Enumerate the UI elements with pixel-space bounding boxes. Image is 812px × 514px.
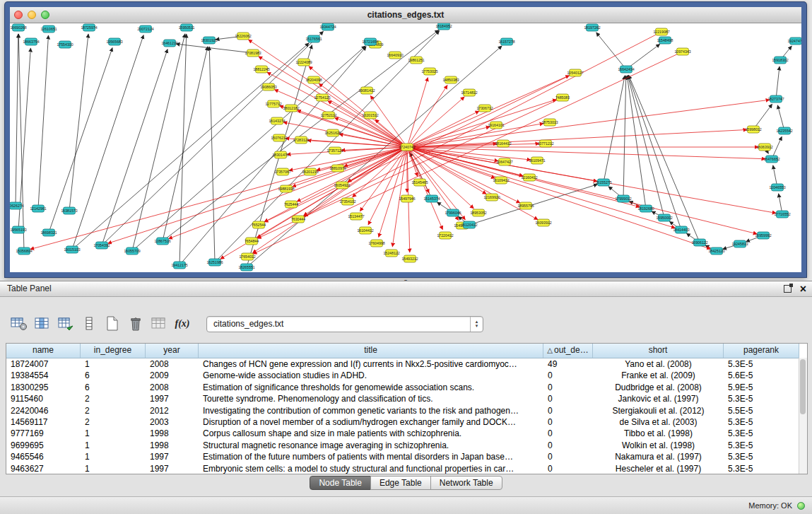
network-node[interactable]: 15134477 bbox=[348, 213, 364, 220]
combo-stepper-icon[interactable]: ▲▼ bbox=[470, 317, 483, 332]
table-cell[interactable]: Changes of HCN gene expression and I(f) … bbox=[199, 358, 543, 370]
network-node[interactable]: 7630444 bbox=[291, 216, 305, 223]
network-node[interactable]: 16959992 bbox=[755, 232, 771, 239]
network-node[interactable]: 17357067 bbox=[274, 168, 290, 175]
network-node[interactable]: 18197262 bbox=[584, 24, 600, 31]
table-cell[interactable]: 18724007 bbox=[6, 358, 81, 370]
network-node[interactable]: 15918302 bbox=[772, 57, 788, 64]
network-node[interactable]: 17996046 bbox=[445, 209, 461, 216]
network-node[interactable]: 18184952 bbox=[435, 23, 452, 30]
table-cell[interactable]: 5.6E-5 bbox=[724, 370, 799, 381]
network-node[interactable]: 19081412 bbox=[358, 87, 375, 94]
network-node[interactable]: 15056804 bbox=[16, 247, 32, 255]
network-node[interactable]: 12046553 bbox=[769, 184, 785, 191]
table-cell[interactable]: 1998 bbox=[146, 428, 199, 439]
column-header-out_de[interactable]: △out_de… bbox=[543, 344, 593, 358]
network-node[interactable]: 15998012 bbox=[745, 126, 761, 133]
table-cell[interactable]: 5.3E-5 bbox=[724, 416, 799, 428]
network-node[interactable]: 15248122 bbox=[383, 250, 399, 257]
table-cell[interactable]: 2 bbox=[81, 393, 146, 404]
table-cell[interactable]: 1998 bbox=[146, 440, 199, 451]
network-node[interactable]: 16120412 bbox=[461, 221, 477, 228]
table-row[interactable]: 946554611997Estimation of the future num… bbox=[6, 451, 799, 462]
network-node[interactable]: 16381573 bbox=[61, 207, 77, 214]
network-node[interactable]: 18698321 bbox=[40, 229, 57, 236]
table-cell[interactable]: 0 bbox=[543, 405, 593, 416]
network-node[interactable]: 19861251 bbox=[408, 57, 424, 64]
network-node[interactable]: 12160412 bbox=[521, 174, 537, 181]
table-cell[interactable]: 9115460 bbox=[6, 393, 81, 404]
table-row[interactable]: 1456911722003Disruption of a novel membe… bbox=[6, 416, 799, 428]
network-node[interactable]: 19344724 bbox=[319, 23, 336, 30]
network-node[interactable]: 10974343 bbox=[674, 48, 690, 55]
network-node[interactable]: 12610651 bbox=[40, 25, 57, 33]
table-cell[interactable]: Hescheler et al. (1997) bbox=[593, 463, 724, 474]
table-cell[interactable]: 1 bbox=[81, 463, 146, 474]
table-cell[interactable]: 1 bbox=[81, 428, 146, 439]
network-node[interactable]: 16640910 bbox=[387, 52, 403, 59]
table-cell[interactable]: Estimation of significance thresholds fo… bbox=[199, 382, 543, 393]
table-cell[interactable]: 9463627 bbox=[6, 463, 81, 474]
memory-status-icon[interactable] bbox=[797, 502, 805, 510]
table-columns-icon[interactable] bbox=[33, 315, 52, 333]
network-node[interactable]: 18226062 bbox=[235, 33, 251, 40]
network-node[interactable]: 16157278 bbox=[498, 38, 514, 45]
zoom-window-button[interactable] bbox=[41, 11, 49, 19]
table-cell[interactable]: Structural magnetic resonance image aver… bbox=[199, 440, 543, 451]
delete-trash-icon[interactable] bbox=[126, 315, 145, 333]
table-cell[interactable]: 2008 bbox=[146, 358, 199, 370]
table-row[interactable]: 977716911998Corpus callosum shape and si… bbox=[6, 428, 799, 439]
table-cell[interactable]: 1 bbox=[81, 440, 146, 451]
network-node[interactable]: 18425120 bbox=[708, 247, 724, 255]
network-node[interactable]: 16063912 bbox=[756, 144, 772, 151]
table-row[interactable]: 946362711997Embryonic stem cells: a mode… bbox=[6, 463, 799, 474]
network-node[interactable]: 16055709 bbox=[124, 247, 140, 255]
tab-node-table[interactable]: Node Table bbox=[310, 476, 371, 490]
network-node[interactable]: 18012182 bbox=[283, 105, 299, 112]
network-node[interactable]: 17999012 bbox=[615, 195, 631, 202]
network-node[interactable]: 16201213 bbox=[302, 168, 318, 175]
network-node[interactable]: 16461219 bbox=[161, 40, 177, 47]
table-row[interactable]: 1872400712008Changes of HCN gene express… bbox=[6, 358, 799, 370]
column-header-title[interactable]: title bbox=[199, 344, 543, 358]
network-node[interactable]: 18265551 bbox=[238, 264, 254, 271]
table-cell[interactable]: 9465546 bbox=[6, 451, 81, 462]
network-node[interactable]: 20072124 bbox=[137, 25, 153, 33]
table-cell[interactable]: 0 bbox=[543, 440, 593, 451]
network-node[interactable]: 12752112 bbox=[321, 112, 337, 119]
table-cell[interactable]: 5.9E-5 bbox=[724, 382, 799, 393]
table-cell[interactable]: 0 bbox=[543, 416, 593, 428]
table-cell[interactable]: Stergiakouli et al. (2012) bbox=[593, 405, 724, 416]
table-import-icon[interactable] bbox=[57, 315, 75, 333]
network-node[interactable]: 12867516 bbox=[154, 238, 170, 245]
network-node[interactable]: 19881938 bbox=[278, 185, 294, 192]
table-cell[interactable]: Estimation of the future numbers of pati… bbox=[199, 451, 543, 462]
network-node[interactable]: 15145374 bbox=[423, 195, 440, 202]
table-cell[interactable]: 2012 bbox=[146, 405, 199, 416]
table-cell[interactable]: 0 bbox=[543, 393, 593, 404]
network-node[interactable]: 14850383 bbox=[442, 76, 459, 83]
table-cell[interactable]: Corpus callosum shape and size in male p… bbox=[199, 428, 543, 439]
table-cell[interactable]: 1997 bbox=[146, 463, 199, 474]
network-node[interactable]: 19247474 bbox=[787, 37, 801, 45]
table-row[interactable]: 911546021997Tourette syndrome. Phenomeno… bbox=[6, 393, 799, 404]
network-node[interactable]: 12219087 bbox=[653, 28, 669, 35]
network-node[interactable]: 13771212 bbox=[537, 140, 553, 147]
network-node[interactable]: 17604998 bbox=[368, 240, 384, 247]
table-cell[interactable]: 5.3E-5 bbox=[724, 451, 799, 462]
network-node[interactable]: 15145465 bbox=[411, 179, 428, 186]
network-node[interactable]: 16155275 bbox=[595, 179, 611, 186]
network-node[interactable]: 17716552 bbox=[774, 211, 790, 218]
table-row[interactable]: 969969511998Structural magnetic resonanc… bbox=[6, 440, 799, 451]
network-node[interactable]: 18414403 bbox=[673, 226, 689, 233]
table-disabled-icon[interactable] bbox=[150, 315, 168, 333]
citation-network-graph[interactable]: 1724074218226062170819831881224519086053… bbox=[10, 23, 801, 272]
tab-network-table[interactable]: Network Table bbox=[430, 476, 502, 490]
network-node[interactable]: 16906122 bbox=[691, 239, 707, 246]
network-node[interactable]: 16054921 bbox=[334, 182, 350, 189]
table-cell[interactable]: 9777169 bbox=[6, 428, 81, 439]
network-node[interactable]: 17220412 bbox=[437, 232, 453, 239]
table-cell[interactable]: Tourette syndrome. Phenomenology and cla… bbox=[199, 393, 543, 404]
table-cell[interactable]: 14569117 bbox=[6, 416, 81, 428]
table-cell[interactable]: 0 bbox=[543, 463, 593, 474]
